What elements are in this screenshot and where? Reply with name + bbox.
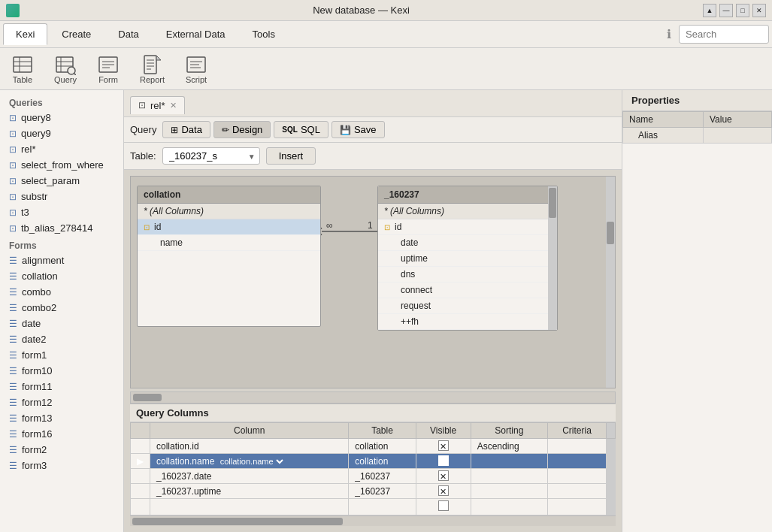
win-btn-maximize[interactable]: □ [736,4,749,17]
info-icon[interactable]: ℹ [667,27,671,41]
sidebar-item-collation[interactable]: ☰collation [0,268,123,284]
col-visible[interactable]: ✕ [416,454,471,469]
doc-tab-rel[interactable]: ⊡ rel* ✕ [130,96,185,114]
col-table[interactable]: collation [349,454,416,469]
menu-tab-data[interactable]: Data [105,23,151,45]
col-criteria[interactable] [547,499,606,515]
checkbox-unchecked[interactable] [438,500,449,511]
col-column[interactable]: _160237.date [150,469,349,484]
sidebar-item-query9[interactable]: ⊡query9 [0,125,123,141]
table-box-160237-dns[interactable]: dns [378,267,557,283]
sidebar-item-t3[interactable]: ⊡t3 [0,204,123,220]
col-visible[interactable]: ✕ [416,484,471,499]
col-header-table: Table [349,423,416,439]
insert-button[interactable]: Insert [266,147,316,165]
toolbar-form[interactable]: Form [92,51,125,87]
sidebar-item-combo[interactable]: ☰combo [0,284,123,300]
sidebar-item-form16[interactable]: ☰form16 [0,426,123,442]
sidebar-item-date[interactable]: ☰date [0,316,123,331]
qc-vscroll[interactable] [607,439,616,515]
col-visible[interactable]: ✕ [416,469,471,484]
table-box-160237-id[interactable]: ⊡ id [378,219,557,235]
col-sorting[interactable]: Ascending [471,439,547,454]
col-table[interactable]: _160237 [349,469,416,484]
table-box-collation-allcols[interactable]: * (All Columns) [138,204,320,219]
col-visible[interactable]: ✕ [416,439,471,454]
col-sorting[interactable] [471,469,547,484]
table-box-160237-header: _160237 [378,186,557,204]
checkbox-checked[interactable]: ✕ [438,470,449,481]
sidebar-item-select-param[interactable]: ⊡select_param [0,173,123,189]
toolbar-table[interactable]: Table [6,51,39,87]
table-box-160237-uptime[interactable]: uptime [378,251,557,267]
sidebar-item-substr[interactable]: ⊡substr [0,189,123,204]
menu-tab-external-data[interactable]: External Data [153,23,238,45]
save-button[interactable]: 💾 Save [332,121,385,138]
sql-button[interactable]: SQL SQL [274,121,328,138]
prop-row-alias: Alias [623,128,772,144]
sidebar-item-form11[interactable]: ☰form11 [0,379,123,394]
table-box-scrollbar[interactable] [548,186,557,330]
app-icon [6,4,20,17]
prop-value-alias[interactable] [703,128,771,144]
col-criteria[interactable] [547,484,606,499]
search-input[interactable] [679,25,769,44]
toolbar-report[interactable]: Report [134,51,171,87]
design-hscroll[interactable] [130,391,616,404]
col-column[interactable]: collation.id [150,439,349,454]
table-box-160237-connect[interactable]: connect [378,283,557,298]
table-box-160237-date[interactable]: date [378,235,557,251]
data-button[interactable]: ⊞ Data [162,121,210,138]
sidebar-item-form2[interactable]: ☰form2 [0,442,123,458]
sidebar-item-form13[interactable]: ☰form13 [0,410,123,426]
checkbox-checked[interactable]: ✕ [438,455,449,466]
design-button[interactable]: ✏ Design [213,121,271,138]
table-box-collation-name[interactable]: name [138,235,320,251]
menu-tab-create[interactable]: Create [49,23,104,45]
close-icon[interactable]: ✕ [170,101,177,110]
sidebar-item-form1[interactable]: ☰form1 [0,347,123,363]
col-column[interactable]: collation.name collation.name [150,454,349,469]
col-sorting[interactable] [471,454,547,469]
col-criteria[interactable] [547,454,606,469]
table-box-160237-request[interactable]: request [378,298,557,314]
checkbox-checked[interactable]: ✕ [438,440,449,451]
column-select[interactable]: collation.name [217,456,286,467]
toolbar-script[interactable]: Script [180,51,213,87]
col-table[interactable] [349,499,416,515]
col-table[interactable]: collation [349,439,416,454]
col-criteria[interactable] [547,439,606,454]
col-table[interactable]: _160237 [349,484,416,499]
table-box-collation-id[interactable]: ⊡ id [138,219,320,235]
table-box-160237-ffh[interactable]: ++fh [378,314,557,330]
sidebar-item-combo2[interactable]: ☰combo2 [0,300,123,316]
win-btn-up[interactable]: ▲ [703,4,716,17]
design-btn-icon: ✏ [222,125,229,135]
sidebar-item-alignment[interactable]: ☰alignment [0,252,123,268]
sidebar-item-rel[interactable]: ⊡rel* [0,141,123,157]
menu-tab-kexi[interactable]: Kexi [3,23,47,45]
col-sorting[interactable] [471,484,547,499]
design-area-vscroll[interactable] [606,177,615,388]
table-select[interactable]: _160237_s [162,147,260,165]
col-column[interactable] [150,499,349,515]
checkbox-checked[interactable]: ✕ [438,485,449,496]
sidebar-item-form10[interactable]: ☰form10 [0,363,123,379]
sidebar-item-date2[interactable]: ☰date2 [0,331,123,347]
sidebar-item-form3[interactable]: ☰form3 [0,458,123,473]
toolbar-query[interactable]: Query [48,51,83,87]
sidebar-item-select-from-where[interactable]: ⊡select_from_where [0,157,123,173]
table-box-160237-allcols[interactable]: * (All Columns) [378,204,557,219]
col-visible[interactable] [416,499,471,515]
menu-tab-tools[interactable]: Tools [240,23,288,45]
col-column[interactable]: _160237.uptime [150,484,349,499]
qc-hscroll[interactable] [130,515,616,526]
win-btn-close[interactable]: ✕ [752,4,766,17]
sidebar-item-form12[interactable]: ☰form12 [0,394,123,410]
win-btn-minimize[interactable]: — [719,4,733,17]
prop-header-value: Value [703,112,771,128]
sidebar-item-query8[interactable]: ⊡query8 [0,110,123,125]
col-sorting[interactable] [471,499,547,515]
col-criteria[interactable] [547,469,606,484]
sidebar-item-tb-alias[interactable]: ⊡tb_alias_278414 [0,220,123,236]
